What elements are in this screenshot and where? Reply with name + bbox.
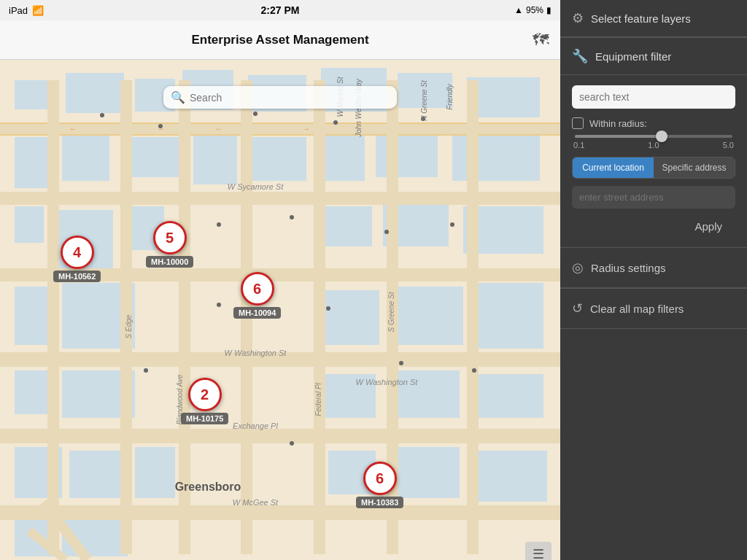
slider-min-label: 0.1: [573, 141, 584, 149]
radius-settings-label: Radius settings: [591, 262, 666, 274]
marker-number: 6: [363, 462, 397, 495]
map-search-bar: 🔍: [163, 86, 397, 109]
search-icon: 🔍: [171, 90, 185, 104]
marker-number: 2: [188, 378, 222, 411]
apply-row: Apply: [572, 209, 735, 237]
clear-icon: ↺: [572, 300, 583, 316]
status-left: iPad 📶: [9, 5, 44, 16]
app-title: Enterprise Asset Management: [191, 33, 368, 47]
battery-icon: ▮: [546, 5, 551, 15]
map-marker-mh10383[interactable]: 6 MH-10383: [356, 462, 403, 508]
apply-button[interactable]: Apply: [681, 216, 735, 237]
marker-label: MH-10383: [356, 497, 403, 508]
clear-filters-label: Clear all map filters: [590, 303, 684, 315]
radius-icon: ◎: [572, 260, 584, 276]
radius-slider-container[interactable]: 0.1 1.0 5.0: [572, 135, 735, 149]
within-radius-checkbox[interactable]: [572, 117, 584, 129]
clear-filters-item[interactable]: ↺ Clear all map filters: [560, 289, 747, 329]
map-area[interactable]: 🔍: [0, 20, 560, 560]
slider-thumb[interactable]: [656, 131, 667, 142]
search-text-input[interactable]: [572, 85, 735, 109]
within-radius-label: Within radius:: [589, 118, 647, 129]
location-arrow-icon: ▲: [514, 5, 523, 15]
slider-fill: [575, 135, 662, 138]
status-bar: iPad 📶 2:27 PM ▲ 95% ▮: [0, 0, 560, 20]
slider-track: [575, 135, 732, 138]
filter-controls-section: Within radius: 0.1 1.0 5.0 Current locat…: [560, 75, 747, 247]
marker-label: MH-10094: [233, 307, 281, 319]
map-search-input[interactable]: [190, 92, 390, 104]
map-marker-mh10562[interactable]: 4 MH-10562: [53, 236, 101, 282]
filter-icon: 🔧: [572, 48, 588, 64]
right-panel: ⚙ Select feature layers 🔧 Equipment filt…: [560, 0, 747, 560]
map-icon[interactable]: 🗺: [533, 31, 549, 50]
within-radius-row: Within radius:: [572, 117, 735, 129]
marker-number: 6: [241, 272, 274, 306]
map-marker-mh10000[interactable]: 5 MH-10000: [146, 221, 193, 268]
current-location-tab[interactable]: Current location: [573, 158, 654, 178]
map-marker-mh10175[interactable]: 2 MH-10175: [181, 378, 228, 424]
slider-labels: 0.1 1.0 5.0: [572, 141, 735, 149]
marker-number: 4: [61, 236, 94, 269]
gear-icon: ⚙: [572, 10, 584, 26]
slider-mid-label: 1.0: [648, 141, 659, 149]
marker-label: MH-10175: [181, 413, 228, 424]
location-tabs: Current location Specific address: [572, 157, 735, 179]
radius-settings-item[interactable]: ◎ Radius settings: [560, 248, 747, 288]
street-address-input[interactable]: [572, 186, 735, 209]
map-marker-mh10094[interactable]: 6 MH-10094: [233, 272, 281, 319]
carrier-label: iPad: [9, 5, 28, 16]
battery-percentage: 95%: [526, 5, 543, 15]
status-right: ▲ 95% ▮: [514, 5, 551, 15]
marker-number: 5: [153, 221, 187, 254]
status-time: 2:27 PM: [261, 4, 300, 16]
equipment-filter-label: Equipment filter: [595, 50, 671, 63]
marker-label: MH-10562: [53, 271, 101, 282]
select-feature-layers-section[interactable]: ⚙ Select feature layers: [560, 0, 747, 37]
wifi-icon: 📶: [32, 5, 44, 16]
marker-label: MH-10000: [146, 256, 193, 268]
select-feature-layers-label: Select feature layers: [591, 12, 691, 25]
equipment-filter-header: 🔧 Equipment filter: [560, 38, 747, 75]
map-header: Enterprise Asset Management 🗺: [0, 20, 560, 60]
slider-max-label: 5.0: [723, 141, 734, 149]
specific-address-tab[interactable]: Specific address: [654, 158, 735, 178]
